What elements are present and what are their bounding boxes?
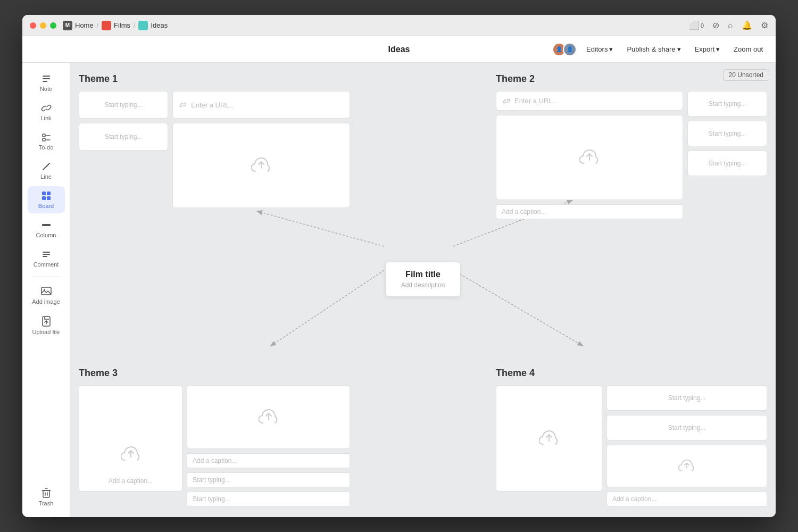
device-button[interactable]: ⬜ 0 [689, 20, 704, 30]
theme2-text-card-2[interactable]: Start typing... [687, 121, 767, 146]
sidebar: Note Link To-do Line Board Column [22, 63, 70, 517]
breadcrumb-ideas[interactable]: Ideas [138, 21, 168, 30]
theme1-text-card-1[interactable]: Start typing... [79, 91, 168, 119]
sidebar-upload-file-label: Upload file [32, 329, 60, 335]
help-button[interactable]: ⊘ [712, 20, 719, 30]
breadcrumb: M Home / Films / Ideas [63, 21, 168, 30]
sidebar-item-todo[interactable]: To-do [28, 128, 65, 155]
sidebar-item-note[interactable]: Note [28, 69, 65, 96]
theme4-text-card-2[interactable]: Start typing... [606, 415, 767, 440]
theme2-link-card[interactable]: Enter a URL... [496, 91, 683, 111]
theme1-link-placeholder: Enter a URL... [191, 101, 235, 109]
sidebar-item-upload-file[interactable]: Upload file [28, 311, 65, 339]
minimize-button[interactable] [40, 22, 46, 29]
svg-rect-3 [43, 134, 45, 137]
page-title: Ideas [388, 45, 410, 54]
sidebar-comment-label: Comment [34, 261, 59, 268]
theme1-upload-card[interactable] [172, 123, 350, 208]
theme2-text-card-1[interactable]: Start typing... [687, 91, 767, 117]
theme4-upload-card-1[interactable] [496, 385, 602, 492]
header-right: 👤 👤 Editors ▾ Publish & share ▾ Export ▾… [552, 43, 767, 56]
theme3-upload-card-1[interactable]: Add a caption... [79, 385, 182, 492]
theme1-text-placeholder-1: Start typing... [99, 97, 148, 113]
canvas: 20 Unsorted [70, 63, 776, 517]
theme4-upload-card-2[interactable] [606, 445, 767, 487]
breadcrumb-films[interactable]: Films [102, 21, 130, 30]
theme4-text-card-1[interactable]: Start typing... [606, 385, 767, 411]
sidebar-link-label: Link [40, 115, 51, 121]
upload-cloud-icon-6 [678, 459, 695, 473]
zoom-out-label: Zoom out [734, 45, 763, 53]
titlebar-actions: ⬜ 0 ⊘ ⌕ 🔔 ⚙ [689, 20, 768, 30]
sidebar-item-trash[interactable]: Trash [28, 483, 65, 511]
search-icon: ⌕ [728, 21, 733, 30]
breadcrumb-home[interactable]: M Home [63, 21, 94, 30]
sidebar-item-column[interactable]: Column [28, 215, 65, 243]
theme2-upload-card[interactable] [496, 115, 683, 200]
theme3-upload-card-2[interactable] [187, 385, 350, 449]
center-node[interactable]: Film title Add description [386, 262, 461, 297]
sidebar-item-comment[interactable]: Comment [28, 245, 65, 272]
upload-cloud-icon-3 [121, 445, 141, 463]
sidebar-line-label: Line [40, 173, 52, 180]
header: Ideas 👤 👤 Editors ▾ Publish & share ▾ Ex… [22, 36, 776, 63]
svg-rect-16 [41, 287, 51, 295]
trash-icon [40, 487, 52, 498]
todo-icon [41, 132, 52, 143]
maximize-button[interactable] [50, 22, 56, 29]
column-icon [41, 220, 52, 230]
svg-rect-15 [43, 256, 47, 257]
export-label: Export [695, 45, 715, 53]
sidebar-add-image-label: Add image [32, 298, 60, 305]
films-icon [102, 21, 111, 30]
theme4-caption[interactable]: Add a caption... [606, 492, 767, 506]
traffic-lights [30, 22, 56, 29]
upload-file-icon [40, 315, 52, 327]
upload-cloud-icon-2 [579, 148, 600, 167]
board-icon [41, 190, 52, 201]
theme3-text-1[interactable]: Start typing... [187, 472, 350, 487]
center-node-description: Add description [401, 281, 445, 289]
theme1-link-card[interactable]: Enter a URL... [172, 91, 350, 119]
sidebar-item-board[interactable]: Board [28, 186, 65, 213]
theme2-text-card-3[interactable]: Start typing... [687, 151, 767, 176]
link-icon [41, 103, 52, 113]
svg-rect-20 [43, 491, 49, 497]
close-button[interactable] [30, 22, 36, 29]
breadcrumb-home-label: Home [75, 21, 94, 29]
theme4-section: Theme 4 Start typing... Start typing... [496, 368, 767, 506]
theme2-caption[interactable]: Add a caption... [496, 204, 683, 219]
svg-line-26 [272, 270, 384, 345]
upload-cloud-icon-1 [251, 156, 271, 174]
svg-rect-0 [43, 76, 50, 77]
theme1-text-card-2[interactable]: Start typing... [79, 123, 168, 151]
editors-button[interactable]: Editors ▾ [582, 43, 617, 55]
theme2-label: Theme 2 [496, 73, 767, 85]
export-button[interactable]: Export ▾ [691, 43, 725, 55]
theme3-text-2[interactable]: Start typing... [187, 492, 350, 506]
theme3-caption-2[interactable]: Add a caption... [187, 453, 350, 468]
notifications-button[interactable]: 🔔 [742, 20, 752, 30]
zoom-out-button[interactable]: Zoom out [729, 43, 767, 55]
svg-rect-13 [43, 252, 50, 253]
export-chevron-icon: ▾ [716, 45, 720, 53]
help-icon: ⊘ [712, 20, 719, 30]
editors-label: Editors [586, 45, 608, 53]
sidebar-item-link[interactable]: Link [28, 98, 65, 126]
ideas-icon [138, 21, 148, 30]
device-icon: ⬜ [689, 20, 700, 30]
sidebar-column-label: Column [36, 232, 56, 238]
upload-cloud-icon-4 [259, 408, 279, 426]
note-icon [41, 73, 52, 84]
settings-button[interactable]: ⚙ [761, 20, 768, 30]
center-node-title: Film title [401, 270, 445, 279]
search-button[interactable]: ⌕ [728, 21, 733, 30]
breadcrumb-films-label: Films [114, 21, 130, 29]
sidebar-item-line[interactable]: Line [28, 157, 65, 184]
publish-share-button[interactable]: Publish & share ▾ [622, 43, 685, 55]
sidebar-item-add-image[interactable]: Add image [28, 281, 65, 309]
svg-rect-4 [43, 138, 45, 141]
publish-share-label: Publish & share [627, 45, 675, 53]
avatar-group: 👤 👤 [552, 43, 577, 56]
theme1-section: Theme 1 Start typing... Enter a URL... [79, 73, 350, 208]
